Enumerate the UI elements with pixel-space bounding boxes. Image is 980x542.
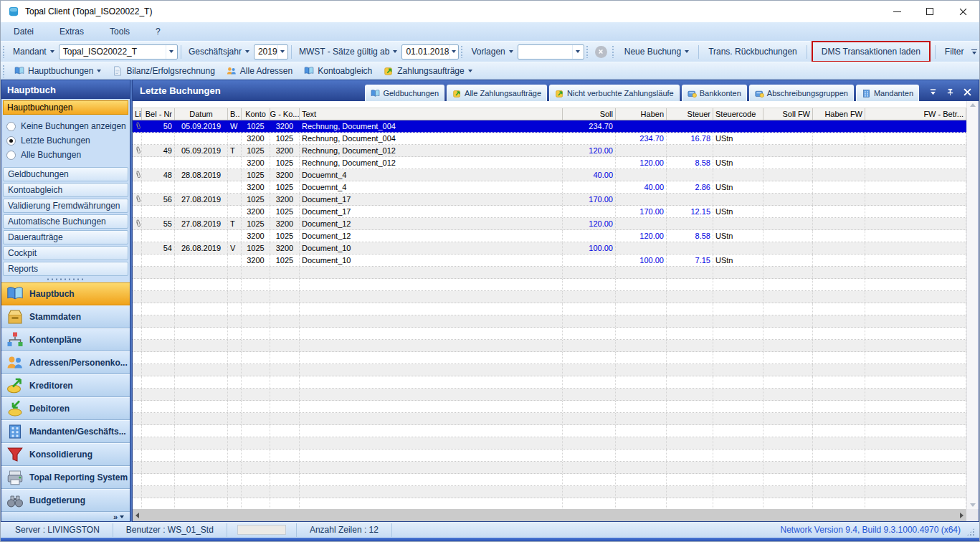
toolbar-overflow-icon[interactable]: [971, 49, 978, 54]
nav-collapse-button[interactable]: »: [1, 512, 130, 521]
nav-item-kontenpl-ne[interactable]: Kontenpläne: [1, 328, 130, 351]
vorlagen-combo[interactable]: [518, 44, 584, 60]
tab-nicht-verbuchte-zahlungsl-ufe[interactable]: Nicht verbuchte Zahlungsläufe: [549, 85, 680, 101]
neue-buchung-button[interactable]: Neue Buchung: [618, 43, 695, 60]
geschaeftsjahr-dropdown-button[interactable]: Geschäftsjahr: [184, 47, 254, 57]
tab-geldbuchungen[interactable]: Geldbuchungen: [365, 85, 444, 101]
table-row[interactable]: 5527.08.2019T10253200Document_12120.00: [133, 218, 966, 230]
scroll-up-icon[interactable]: [970, 103, 976, 107]
scroll-left-icon[interactable]: [135, 513, 139, 518]
resize-grip[interactable]: [966, 528, 975, 536]
sidebar-button-validierung-fremdw-hrungen[interactable]: Validierung Fremdwährungen: [3, 199, 128, 213]
radio-alle-buchungen[interactable]: Alle Buchungen: [6, 150, 127, 160]
column-header-gko[interactable]: G - Ko...: [270, 108, 300, 120]
dms-transaktionen-laden-button[interactable]: DMS Transaktionen laden: [815, 43, 927, 60]
menu-item-datei[interactable]: Datei: [11, 25, 37, 38]
mwst-date-combo[interactable]: 01.01.2018: [401, 44, 459, 60]
vertical-scrollbar[interactable]: [966, 101, 979, 509]
column-header-b[interactable]: B..: [228, 108, 242, 120]
sidebar-button-dauerauftr-ge[interactable]: Daueraufträge: [3, 230, 128, 244]
close-panel-icon[interactable]: [964, 88, 971, 96]
mandant-dropdown-button[interactable]: Mandant: [9, 47, 59, 57]
column-header-code[interactable]: Steuercode: [713, 108, 763, 120]
minimize-icon[interactable]: [880, 1, 913, 22]
nav-item-konsolidierung[interactable]: Konsolidierung: [1, 443, 130, 466]
nav-item-adressen-personenko[interactable]: Adressen/Personenko...: [1, 351, 130, 374]
tab-bankkonten[interactable]: Bankkonten: [682, 85, 747, 101]
chevron-down-icon[interactable]: [277, 45, 287, 59]
table-row[interactable]: 32001025Rechnung, Document_004234.7016.7…: [133, 133, 966, 145]
table-row[interactable]: 32001025Document_12120.008.58UStn: [133, 230, 966, 242]
scroll-right-icon[interactable]: [960, 513, 964, 518]
column-header-datum[interactable]: Datum: [175, 108, 228, 120]
column-header-text[interactable]: Text: [300, 108, 563, 120]
nav-item-budgetierung[interactable]: Budgetierung: [1, 489, 130, 512]
table-cell-gko: [270, 486, 300, 498]
nav-item-debitoren[interactable]: Debitoren: [1, 397, 130, 420]
vorlagen-dropdown-button[interactable]: Vorlagen: [467, 47, 517, 57]
table-row[interactable]: 5005.09.2019W10253200Rechnung, Document_…: [133, 120, 966, 133]
toolbar-item-alle-adressen[interactable]: Alle Adressen: [221, 66, 298, 76]
close-icon[interactable]: [946, 1, 979, 22]
tab-mandanten[interactable]: Mandanten: [856, 85, 919, 101]
column-header-sollfw[interactable]: Soll FW: [763, 108, 813, 120]
toolbar-item-bilanz-erfolgsrechnung[interactable]: Bilanz/Erfolgsrechnung: [107, 66, 220, 76]
table-row[interactable]: 32001025Docuemnt_440.002.86UStn: [133, 181, 966, 194]
radio-circle[interactable]: [6, 136, 16, 146]
scroll-down-icon[interactable]: [970, 503, 976, 507]
chevron-down-icon[interactable]: [166, 45, 177, 59]
column-header-habenfw[interactable]: Haben FW: [813, 108, 865, 120]
table-row[interactable]: 5426.08.2019V10253200Document_10100.00: [133, 242, 966, 255]
radio-circle[interactable]: [6, 122, 16, 131]
sidebar-item-hauptbuchungen[interactable]: Hauptbuchungen: [3, 100, 128, 115]
chevron-down-icon[interactable]: [572, 45, 584, 59]
table-row[interactable]: 4828.08.201910253200Docuemnt_440.00: [133, 169, 966, 181]
tab-alle-zahlungsauftr-ge[interactable]: Alle Zahlungsaufträge: [447, 85, 547, 101]
nav-item-stammdaten[interactable]: Stammdaten: [1, 305, 130, 328]
tab-options-icon[interactable]: [929, 88, 937, 96]
sidebar-button-automatische-buchungen[interactable]: Automatische Buchungen: [3, 214, 128, 229]
column-header-li[interactable]: Li: [133, 108, 142, 120]
table-row[interactable]: 32001025Rechnung, Document_012120.008.58…: [133, 157, 966, 169]
table-cell-haben: [616, 218, 667, 229]
toolbar-item-hauptbuchungen[interactable]: Hauptbuchungen: [9, 66, 107, 76]
radio-letzte-buchungen[interactable]: Letzte Buchungen: [6, 136, 127, 146]
menu-item-help[interactable]: ?: [153, 25, 163, 38]
column-header-steuer[interactable]: Steuer: [667, 108, 713, 120]
sidebar-splitter[interactable]: [1, 276, 130, 282]
radio-keine-buchungen-anzeigen[interactable]: Keine Buchungen anzeigen: [6, 121, 127, 131]
table-row[interactable]: 5627.08.201910253200Document_17170.00: [133, 194, 966, 206]
nav-item-topal-reporting-system[interactable]: Topal Reporting System: [1, 466, 130, 489]
trans-rueckbuchungen-button[interactable]: Trans. Rückbuchungen: [702, 43, 804, 60]
mwst-dropdown-button[interactable]: MWST - Sätze gültig ab: [295, 47, 402, 57]
horizontal-scrollbar[interactable]: [133, 509, 966, 521]
sidebar-button-geldbuchungen[interactable]: Geldbuchungen: [3, 167, 128, 181]
table-row[interactable]: 32001025Document_10100.007.15UStn: [133, 255, 966, 267]
pin-icon[interactable]: [946, 88, 954, 96]
chevron-down-icon[interactable]: [449, 45, 458, 59]
maximize-icon[interactable]: [913, 1, 946, 22]
table-row[interactable]: 32001025Document_17170.0012.15UStn: [133, 206, 966, 218]
sidebar-button-cockpit[interactable]: Cockpit: [3, 246, 128, 260]
toolbar-item-zahlungsauftr-ge[interactable]: Zahlungsaufträge: [378, 66, 477, 76]
radio-circle[interactable]: [6, 151, 16, 160]
column-header-konto[interactable]: Konto: [242, 108, 270, 120]
column-header-haben[interactable]: Haben: [616, 108, 667, 120]
column-header-bel[interactable]: Bel - Nr: [142, 108, 175, 120]
geschaeftsjahr-combo[interactable]: 2019: [254, 44, 288, 60]
tab-abschreibungsgruppen[interactable]: Abschreibungsgruppen: [749, 85, 854, 101]
filter-button[interactable]: Filter: [938, 43, 971, 60]
mandant-combo[interactable]: Topal_ISO20022_T: [59, 44, 178, 60]
nav-item-hauptbuch[interactable]: Hauptbuch: [1, 282, 130, 305]
sidebar-button-reports[interactable]: Reports: [3, 262, 128, 276]
menu-item-extras[interactable]: Extras: [57, 25, 87, 38]
table-row[interactable]: 4905.09.2019T10253200Rechnung, Document_…: [133, 145, 966, 157]
column-header-soll[interactable]: Soll: [563, 108, 616, 120]
clear-filter-icon[interactable]: [595, 46, 607, 58]
nav-item-kreditoren[interactable]: Kreditoren: [1, 374, 130, 397]
nav-item-mandanten-gesch-fts[interactable]: Mandanten/Geschäfts...: [1, 420, 130, 443]
sidebar-button-kontoabgleich[interactable]: Kontoabgleich: [3, 183, 128, 197]
menu-item-tools[interactable]: Tools: [107, 25, 133, 38]
toolbar-item-kontoabgleich[interactable]: Kontoabgleich: [298, 66, 378, 76]
column-header-fwbetr[interactable]: FW - Betr...: [865, 108, 966, 120]
